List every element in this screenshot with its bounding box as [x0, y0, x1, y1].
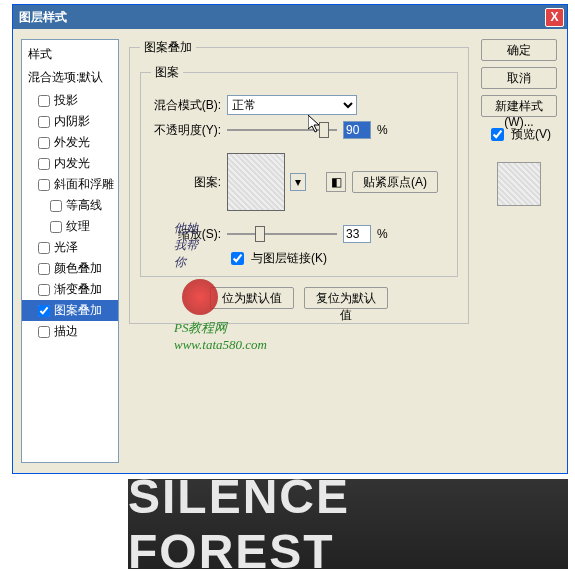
style-item-checkbox[interactable] — [38, 116, 50, 128]
style-item-checkbox[interactable] — [38, 326, 50, 338]
style-item-label: 等高线 — [66, 197, 102, 214]
style-item-checkbox[interactable] — [38, 263, 50, 275]
style-item[interactable]: 纹理 — [22, 216, 118, 237]
link-label: 与图层链接(K) — [251, 250, 327, 267]
style-item-checkbox[interactable] — [38, 158, 50, 170]
dialog-title: 图层样式 — [19, 9, 545, 26]
style-item-checkbox[interactable] — [38, 242, 50, 254]
snap-origin-button[interactable]: 贴紧原点(A) — [352, 171, 438, 193]
style-item[interactable]: 描边 — [22, 321, 118, 342]
scale-input[interactable] — [343, 225, 371, 243]
style-item[interactable]: 内阴影 — [22, 111, 118, 132]
pattern-swatch[interactable] — [227, 153, 285, 211]
style-item-label: 颜色叠加 — [54, 260, 102, 277]
style-item-label: 外发光 — [54, 134, 90, 151]
style-item-checkbox[interactable] — [50, 221, 62, 233]
style-item-checkbox[interactable] — [38, 284, 50, 296]
style-item[interactable]: 等高线 — [22, 195, 118, 216]
blend-mode-select[interactable]: 正常 — [227, 95, 357, 115]
new-pattern-icon[interactable]: ◧ — [326, 172, 346, 192]
make-default-button[interactable]: 位为默认值 — [210, 287, 294, 309]
style-item[interactable]: 光泽 — [22, 237, 118, 258]
right-button-panel: 确定 取消 新建样式(W)... 预览(V) — [479, 39, 559, 463]
opacity-unit: % — [377, 123, 388, 137]
pattern-overlay-group: 图案叠加 图案 混合模式(B): 正常 不透明度(Y): — [129, 39, 469, 324]
blend-mode-label: 混合模式(B): — [151, 97, 221, 114]
style-item-checkbox[interactable] — [38, 137, 50, 149]
blend-mode-row: 混合模式(B): 正常 — [151, 95, 447, 115]
pattern-subgroup: 图案 混合模式(B): 正常 不透明度(Y): % — [140, 64, 458, 277]
style-item-label: 斜面和浮雕 — [54, 176, 114, 193]
close-button[interactable]: X — [545, 8, 564, 27]
style-item[interactable]: 颜色叠加 — [22, 258, 118, 279]
preview-row: 预览(V) — [487, 125, 551, 144]
default-buttons-row: 位为默认值 复位为默认值 — [140, 287, 458, 309]
opacity-row: 不透明度(Y): % — [151, 121, 447, 139]
style-item-label: 渐变叠加 — [54, 281, 102, 298]
preview-image-text: SILENCE FOREST — [128, 469, 568, 572]
opacity-slider[interactable] — [227, 129, 337, 131]
styles-list: 样式 混合选项:默认 投影内阴影外发光内发光斜面和浮雕等高线纹理光泽颜色叠加渐变… — [21, 39, 119, 463]
style-item-label: 内阴影 — [54, 113, 90, 130]
opacity-slider-thumb[interactable] — [319, 122, 329, 138]
subgroup-title: 图案 — [151, 64, 183, 81]
style-item-label: 内发光 — [54, 155, 90, 172]
reset-default-button[interactable]: 复位为默认值 — [304, 287, 388, 309]
style-item[interactable]: 投影 — [22, 90, 118, 111]
close-icon: X — [550, 10, 558, 24]
scale-row: 缩放(S): % — [151, 225, 447, 243]
style-item[interactable]: 外发光 — [22, 132, 118, 153]
style-item-label: 光泽 — [54, 239, 78, 256]
layer-style-dialog: 图层样式 X 样式 混合选项:默认 投影内阴影外发光内发光斜面和浮雕等高线纹理光… — [12, 4, 568, 474]
opacity-input[interactable] — [343, 121, 371, 139]
style-item-checkbox[interactable] — [38, 95, 50, 107]
preview-swatch — [497, 162, 541, 206]
options-panel: 图案叠加 图案 混合模式(B): 正常 不透明度(Y): — [129, 39, 469, 463]
style-item-checkbox[interactable] — [38, 305, 50, 317]
scale-unit: % — [377, 227, 388, 241]
style-item[interactable]: 内发光 — [22, 153, 118, 174]
ok-button[interactable]: 确定 — [481, 39, 557, 61]
cancel-button[interactable]: 取消 — [481, 67, 557, 89]
style-item[interactable]: 渐变叠加 — [22, 279, 118, 300]
link-row: 与图层链接(K) — [227, 249, 447, 268]
style-item-label: 纹理 — [66, 218, 90, 235]
pattern-row: 图案: ▾ ◧ 贴紧原点(A) — [151, 153, 447, 211]
opacity-label: 不透明度(Y): — [151, 122, 221, 139]
style-item-label: 投影 — [54, 92, 78, 109]
new-style-button[interactable]: 新建样式(W)... — [481, 95, 557, 117]
pattern-label: 图案: — [151, 174, 221, 191]
style-item-checkbox[interactable] — [50, 200, 62, 212]
dialog-body: 样式 混合选项:默认 投影内阴影外发光内发光斜面和浮雕等高线纹理光泽颜色叠加渐变… — [13, 29, 567, 473]
preview-checkbox[interactable] — [491, 128, 504, 141]
pattern-dropdown-icon[interactable]: ▾ — [290, 173, 306, 191]
preview-image: SILENCE FOREST — [128, 479, 568, 569]
styles-heading[interactable]: 样式 — [22, 44, 118, 67]
blending-options-heading[interactable]: 混合选项:默认 — [22, 67, 118, 90]
titlebar[interactable]: 图层样式 X — [13, 5, 567, 29]
preview-label: 预览(V) — [511, 126, 551, 143]
scale-label: 缩放(S): — [151, 226, 221, 243]
scale-slider[interactable] — [227, 233, 337, 235]
style-item[interactable]: 斜面和浮雕 — [22, 174, 118, 195]
group-title: 图案叠加 — [140, 39, 196, 56]
link-with-layer-checkbox[interactable] — [231, 252, 244, 265]
scale-slider-thumb[interactable] — [255, 226, 265, 242]
style-item-checkbox[interactable] — [38, 179, 50, 191]
style-item-label: 描边 — [54, 323, 78, 340]
style-item-label: 图案叠加 — [54, 302, 102, 319]
style-item[interactable]: 图案叠加 — [22, 300, 118, 321]
